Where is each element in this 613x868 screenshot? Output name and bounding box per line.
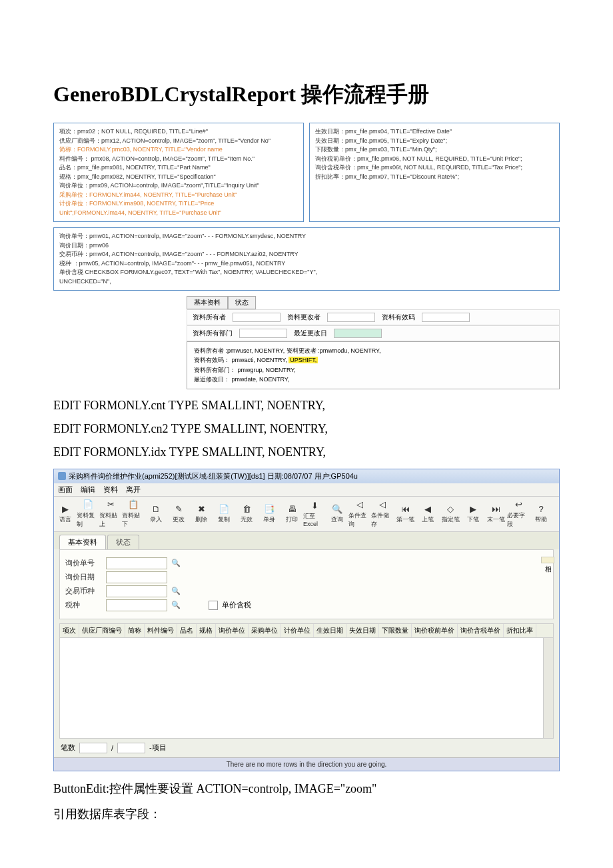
input-tax[interactable]	[106, 599, 167, 611]
input-inquiry-no[interactable]	[106, 557, 167, 569]
toolbar-资料贴上[interactable]: ✂资料贴上	[99, 498, 122, 530]
window-title: 采购料件询价维护作业(apmi252)[测试区域-组装策(TW)][ds1] 日…	[69, 471, 358, 481]
toolbar-指定笔[interactable]: ◇指定笔	[439, 498, 462, 530]
scrollbar[interactable]	[543, 638, 553, 738]
toolbar-查询[interactable]: 🔍查询	[326, 498, 348, 530]
tab-basic[interactable]: 基本资料	[59, 535, 106, 549]
toolbar-必要字段[interactable]: ↩必要字段	[507, 498, 530, 530]
toolbar-条件查询[interactable]: ◁条件查询	[348, 498, 371, 530]
toolbar-icon: 🗑	[241, 503, 252, 514]
toolbar-icon: ◀	[422, 503, 433, 514]
toolbar-条件储存[interactable]: ◁条件储存	[371, 498, 394, 530]
toolbar-label: 资料复制	[77, 511, 99, 529]
toolbar-label: 必要字段	[507, 511, 530, 529]
toolbar-录入[interactable]: 🗋录入	[145, 498, 167, 530]
grid-col[interactable]: 折扣比率	[504, 624, 536, 637]
toolbar-icon: ◁	[354, 499, 365, 510]
grid-col[interactable]: 询价税前单价	[412, 624, 458, 637]
grid-col[interactable]: 简称	[125, 624, 145, 637]
footer-1: ButtonEdit:控件属性要设置 ACTION=controlp, IMAG…	[53, 781, 560, 797]
label-withtax: 单价含税	[222, 600, 251, 610]
toolbar-label: 复制	[218, 515, 230, 524]
field-spec-right: 生效日期：pmx_file.pmx04, TITLE="Effective Da…	[309, 123, 560, 222]
menu-edit[interactable]: 编辑	[81, 485, 95, 495]
input-inquiry-date[interactable]	[106, 571, 167, 583]
toolbar-icon: ⬇	[309, 500, 320, 511]
toolbar-icon: 📄	[219, 503, 229, 514]
toolbar-label: 查询	[331, 515, 343, 524]
toolbar-label: 第一笔	[396, 515, 414, 524]
tab-status[interactable]: 状态	[107, 535, 139, 549]
toolbar-icon: 📄	[83, 499, 93, 510]
toolbar-icon: ✂	[105, 499, 116, 510]
toolbar: ▶语言📄资料复制✂资料贴上📋资料贴下🗋录入✎更改✖删除📄复制🗑无效📑单身🖶打印⬇…	[54, 497, 559, 532]
toolbar-label: 条件储存	[371, 511, 394, 529]
grid-body	[59, 638, 554, 739]
input-currency[interactable]	[106, 585, 167, 597]
toolbar-打印[interactable]: 🖶打印	[281, 498, 303, 530]
toolbar-末一笔[interactable]: ⏭末一笔	[484, 498, 507, 530]
checkbox-withtax[interactable]	[209, 601, 218, 610]
field-spec-full: 询价单号：pmw01, ACTION=controlp, IMAGE="zoom…	[53, 227, 560, 291]
toolbar-汇至Excel[interactable]: ⬇汇至Excel	[303, 498, 326, 530]
toolbar-icon: ✎	[173, 503, 184, 514]
grid-col[interactable]: 采购单位	[249, 624, 281, 637]
grid-col[interactable]: 询价含税单价	[458, 624, 504, 637]
toolbar-label: 更改	[173, 515, 185, 524]
toolbar-资料复制[interactable]: 📄资料复制	[77, 498, 99, 530]
toolbar-label: 语言	[59, 515, 71, 524]
window-titlebar: 采购料件询价维护作业(apmi252)[测试区域-组装策(TW)][ds1] 日…	[54, 469, 559, 483]
toolbar-icon: 🖶	[287, 503, 297, 514]
toolbar-label: 上笔	[422, 515, 434, 524]
edit-line-1: EDIT FORMONLY.cnt TYPE SMALLINT, NOENTRY…	[53, 399, 560, 413]
grid-col[interactable]: 生效日期	[314, 624, 346, 637]
toolbar-icon: ▶	[60, 503, 71, 514]
app-window: 采购料件询价维护作业(apmi252)[测试区域-组装策(TW)][ds1] 日…	[53, 469, 560, 771]
pager-items: -项目	[149, 743, 167, 753]
pager-total	[117, 743, 145, 753]
toolbar-单身[interactable]: 📑单身	[258, 498, 281, 530]
menu-exit[interactable]: 离开	[126, 485, 141, 495]
label-inquiry-no: 询价单号	[65, 558, 102, 568]
toolbar-语言[interactable]: ▶语言	[54, 498, 77, 530]
toolbar-更改[interactable]: ✎更改	[167, 498, 190, 530]
form-area: 相 询价单号 🔍 询价日期 交易币种 🔍 税种 🔍 单价含税	[59, 549, 554, 619]
toolbar-删除[interactable]: ✖删除	[190, 498, 213, 530]
status-bar: There are no more rows in the direction …	[54, 757, 559, 771]
side-tab[interactable]: 相	[541, 557, 554, 563]
toolbar-上笔[interactable]: ◀上笔	[416, 498, 439, 530]
toolbar-复制[interactable]: 📄复制	[213, 498, 235, 530]
menu-data[interactable]: 资料	[103, 485, 118, 495]
toolbar-帮助[interactable]: ?帮助	[530, 498, 552, 530]
zoom-icon[interactable]: 🔍	[171, 601, 181, 610]
toolbar-label: 录入	[150, 515, 162, 524]
grid-col[interactable]: 项次	[60, 624, 79, 637]
pager-current[interactable]	[79, 743, 107, 753]
toolbar-icon: ◁	[377, 499, 388, 510]
toolbar-无效[interactable]: 🗑无效	[235, 498, 258, 530]
zoom-icon[interactable]: 🔍	[171, 587, 181, 596]
toolbar-资料贴下[interactable]: 📋资料贴下	[122, 498, 145, 530]
grid-col[interactable]: 供应厂商编号	[79, 624, 125, 637]
grid-col[interactable]: 料件编号	[145, 624, 177, 637]
grid-col[interactable]: 下限数量	[379, 624, 412, 637]
mid-fields-row: 资料所有者 资料更改者 资料有效码	[187, 309, 560, 325]
toolbar-label: 末一笔	[487, 515, 505, 524]
grid-col[interactable]: 询价单位	[216, 624, 249, 637]
zoom-icon[interactable]: 🔍	[171, 559, 181, 568]
toolbar-label: 指定笔	[442, 515, 460, 524]
grid-col[interactable]: 计价单位	[281, 624, 314, 637]
toolbar-icon: ⏭	[490, 503, 501, 514]
toolbar-label: 资料贴上	[99, 511, 122, 529]
pager-label: 笔数	[61, 743, 75, 753]
grid-col[interactable]: 规格	[197, 624, 216, 637]
toolbar-icon: ▶	[468, 503, 478, 514]
toolbar-icon: 📋	[128, 499, 139, 510]
toolbar-下笔[interactable]: ▶下笔	[462, 498, 484, 530]
toolbar-第一笔[interactable]: ⏮第一笔	[394, 498, 416, 530]
grid-col[interactable]: 失效日期	[346, 624, 379, 637]
toolbar-label: 无效	[241, 515, 253, 524]
edit-line-2: EDIT FORMONLY.cn2 TYPE SMALLINT, NOENTRY…	[53, 422, 560, 436]
grid-col[interactable]: 品名	[177, 624, 197, 637]
menu-screen[interactable]: 画面	[58, 485, 73, 495]
